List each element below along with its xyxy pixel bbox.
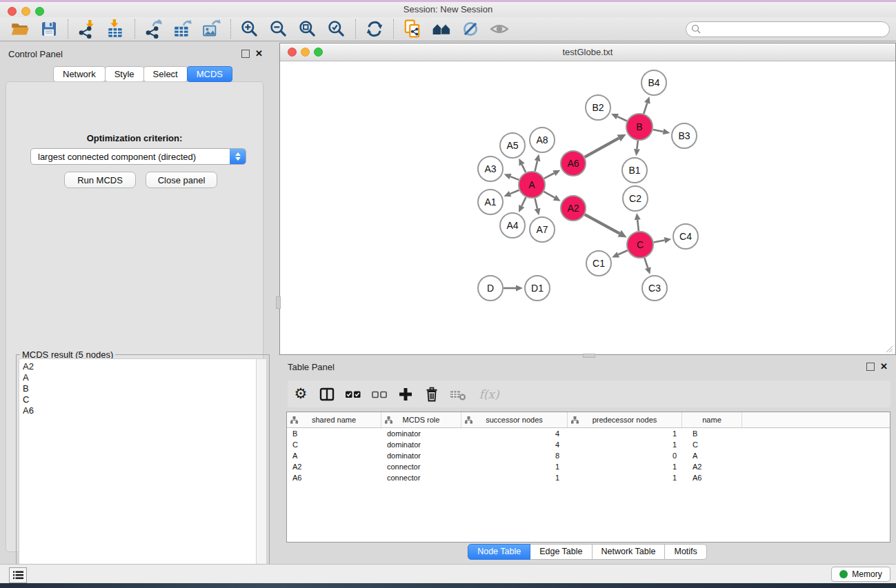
apply-layout-icon[interactable] xyxy=(360,18,389,40)
edge-A-A4[interactable] xyxy=(521,197,526,206)
graph-node-C1[interactable]: C1 xyxy=(586,251,611,276)
edge-A2-C[interactable] xyxy=(585,214,619,234)
edge-A-A7[interactable] xyxy=(535,198,537,208)
deselect-all-icon[interactable] xyxy=(366,383,392,406)
graph-node-B1[interactable]: B1 xyxy=(622,158,647,183)
resize-grip-icon[interactable] xyxy=(885,345,893,353)
zoom-in-icon[interactable] xyxy=(235,18,264,40)
float-panel-icon[interactable] xyxy=(866,363,875,371)
graph-node-A7[interactable]: A7 xyxy=(530,217,555,242)
edge-A-A8[interactable] xyxy=(535,161,537,171)
export-table-icon[interactable] xyxy=(168,18,197,40)
edge-B-B2[interactable] xyxy=(617,116,627,121)
save-session-icon[interactable] xyxy=(34,18,63,40)
mcds-result-list[interactable]: A2ABCA6 xyxy=(19,358,257,587)
edge-A-A6[interactable] xyxy=(544,173,555,179)
edge-A-A1[interactable] xyxy=(510,190,519,194)
result-list-item[interactable]: A2 xyxy=(19,361,257,372)
graph-node-A[interactable]: A xyxy=(519,172,545,198)
zoom-out-icon[interactable] xyxy=(264,18,293,40)
graph-node-D1[interactable]: D1 xyxy=(525,276,550,301)
graph-node-C2[interactable]: C2 xyxy=(623,186,648,211)
tab-style[interactable]: Style xyxy=(105,66,144,82)
column-header-predecessor-nodes[interactable]: predecessor nodes xyxy=(568,412,682,427)
close-panel-icon[interactable]: ✕ xyxy=(255,50,263,57)
result-list-item[interactable]: A xyxy=(19,372,257,383)
edge-C-C3[interactable] xyxy=(644,258,648,268)
criterion-dropdown[interactable]: largest connected component (directed) xyxy=(30,148,246,165)
tab-node-table[interactable]: Node Table xyxy=(468,544,530,560)
edge-A-A5[interactable] xyxy=(522,165,526,172)
table-row[interactable]: Bdominator41B xyxy=(287,428,890,439)
delete-icon[interactable] xyxy=(419,383,445,406)
graph-node-D[interactable]: D xyxy=(478,276,503,301)
graph-node-B3[interactable]: B3 xyxy=(672,123,697,148)
edge-A-A2[interactable] xyxy=(544,192,555,198)
graph-node-C4[interactable]: C4 xyxy=(673,224,698,249)
export-network-icon[interactable] xyxy=(139,18,168,40)
table-row[interactable]: A6connector11A6 xyxy=(287,472,890,483)
tab-edge-table[interactable]: Edge Table xyxy=(530,544,592,560)
result-list-scrollbar[interactable] xyxy=(256,358,267,587)
column-header-MCDS-role[interactable]: MCDS role xyxy=(381,412,461,427)
show-details-icon[interactable] xyxy=(485,18,514,40)
graph-node-A8[interactable]: A8 xyxy=(530,128,555,152)
delete-table-icon[interactable] xyxy=(445,383,471,406)
function-builder-icon[interactable]: f(x) xyxy=(471,383,507,406)
edge-C-C2[interactable] xyxy=(637,220,639,231)
close-panel-button[interactable]: Close panel xyxy=(146,172,217,188)
graph-node-A1[interactable]: A1 xyxy=(478,190,503,214)
table-row[interactable]: Cdominator41C xyxy=(287,439,890,450)
graph-node-C[interactable]: C xyxy=(627,232,653,258)
export-image-icon[interactable] xyxy=(197,18,226,40)
graph-node-A3[interactable]: A3 xyxy=(478,156,503,181)
select-all-icon[interactable] xyxy=(340,383,366,406)
network-window-titlebar[interactable]: testGlobe.txt xyxy=(280,43,895,61)
column-header-name[interactable]: name xyxy=(682,412,742,427)
graph-node-B2[interactable]: B2 xyxy=(586,95,610,120)
gear-icon[interactable]: ⚙ xyxy=(288,383,314,406)
graph-node-C3[interactable]: C3 xyxy=(642,276,667,301)
result-list-item[interactable]: B xyxy=(19,383,257,394)
search-input[interactable] xyxy=(686,21,890,37)
zoom-fit-icon[interactable] xyxy=(293,18,322,40)
task-history-button[interactable] xyxy=(9,567,27,583)
hide-details-icon[interactable] xyxy=(456,18,485,40)
import-network-icon[interactable] xyxy=(72,18,101,40)
ndex-home-icon[interactable] xyxy=(427,18,456,40)
float-panel-icon[interactable] xyxy=(241,50,250,58)
tab-select[interactable]: Select xyxy=(143,66,188,82)
import-table-icon[interactable] xyxy=(101,18,130,40)
result-list-item[interactable]: A6 xyxy=(19,405,257,416)
add-column-icon[interactable] xyxy=(392,383,419,406)
edge-A6-B[interactable] xyxy=(585,138,619,156)
tab-network-table[interactable]: Network Table xyxy=(592,544,666,560)
graph-node-A5[interactable]: A5 xyxy=(500,133,525,158)
zoom-selected-icon[interactable] xyxy=(322,18,351,40)
tab-motifs[interactable]: Motifs xyxy=(664,544,706,560)
tab-network[interactable]: Network xyxy=(53,66,106,82)
graph-node-A6[interactable]: A6 xyxy=(561,151,586,176)
run-mcds-button[interactable]: Run MCDS xyxy=(64,172,136,188)
memory-button[interactable]: Memory xyxy=(831,567,890,582)
table-row[interactable]: Adominator80A xyxy=(287,450,890,461)
network-canvas[interactable]: ABCA6A2B4B2B3B1A5A8A3A1A4A7C2C4C1C3DD1 xyxy=(281,61,895,354)
graph-node-A4[interactable]: A4 xyxy=(500,213,525,238)
close-panel-icon[interactable]: ✕ xyxy=(880,363,888,370)
window-titlebar[interactable]: Session: New Session xyxy=(0,2,896,17)
column-header-shared-name[interactable]: shared name xyxy=(287,412,381,427)
open-session-icon[interactable] xyxy=(6,18,34,40)
splitpane-grip-vertical[interactable] xyxy=(276,296,281,309)
edge-A-A3[interactable] xyxy=(510,176,519,180)
node-table[interactable]: shared nameMCDS rolesuccessor nodesprede… xyxy=(286,412,890,543)
edge-B-B1[interactable] xyxy=(637,141,637,149)
graph-node-B4[interactable]: B4 xyxy=(641,70,666,95)
split-columns-icon[interactable] xyxy=(314,383,340,406)
edge-B-B4[interactable] xyxy=(644,103,647,114)
tab-mcds[interactable]: MCDS xyxy=(187,66,232,82)
ndex-import-icon[interactable] xyxy=(398,18,427,40)
result-list-item[interactable]: C xyxy=(19,394,257,405)
edge-B-B3[interactable] xyxy=(653,130,664,132)
edge-C-C4[interactable] xyxy=(654,241,665,243)
edge-C-C1[interactable] xyxy=(618,250,627,254)
